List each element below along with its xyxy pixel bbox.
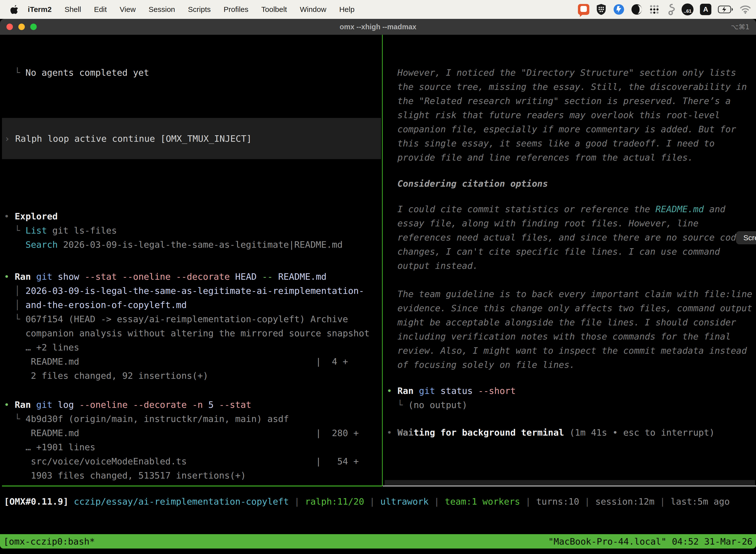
text-segment: README.md — [655, 204, 704, 214]
terminal-line: • Ran git log --oneline --decorate -n 5 … — [4, 398, 382, 412]
agents-status-lines: └ No agents completed yet — [4, 65, 382, 80]
text-segment: Ralph loop active continue [OMX_TMUX_INJ… — [15, 133, 252, 144]
text-segment: ralph:11/20 — [305, 496, 364, 507]
text-segment: might be acceptable alongside the file l… — [387, 317, 736, 327]
terminal-line: this single essay, it seems like a good … — [387, 136, 756, 151]
terminal-line: • Ran git status --short — [387, 384, 756, 398]
terminal-line: 2 files changed, 92 insertions(+) — [4, 369, 382, 383]
menu-item-profiles[interactable]: Profiles — [224, 5, 248, 14]
terminal-line: • Ran git show --stat --oneline --decora… — [4, 270, 382, 284]
text-segment: README.md | 4 + — [4, 356, 348, 367]
terminal-line: slight risk that future readers may over… — [387, 108, 756, 122]
terminal-line: src/voice/voiceModeEnabled.ts | 54 + — [4, 454, 382, 468]
text-segment — [414, 386, 419, 396]
screen: iTerm2ShellEditViewSessionScriptsProfile… — [0, 0, 756, 554]
terminal-line: … +1901 lines — [4, 440, 382, 454]
text-segment: the source tree, missing the essay. Stil… — [387, 82, 747, 92]
crescent-icon[interactable] — [631, 4, 642, 15]
menu-item-session[interactable]: Session — [148, 5, 175, 14]
text-segment: └ — [4, 314, 25, 324]
text-segment: git — [36, 272, 52, 282]
terminal-line: └ No agents completed yet — [4, 65, 382, 80]
text-segment: ting for background terminal — [414, 428, 564, 438]
terminal-line: Search 2026-03-09-is-legal-the-same-as-l… — [4, 237, 382, 252]
text-segment: | — [289, 496, 305, 507]
terminal-line: might be acceptable alongside the file l… — [387, 315, 756, 329]
apple-menu-icon[interactable] — [10, 4, 19, 14]
text-segment: | — [429, 496, 445, 507]
text-segment: • — [387, 428, 397, 438]
menu-status-icons: ..61 A — [578, 0, 751, 19]
tmux-host-clock: "MacBook-Pro-44.local" 04:52 31-Mar-26 — [548, 535, 753, 549]
terminal-line: companion file, especially if more comme… — [387, 122, 756, 136]
text-segment: 2 files changed, 92 insertions(+) — [4, 371, 208, 381]
wifi-icon[interactable] — [740, 5, 751, 14]
terminal-line: changes, I can't cite specific file line… — [387, 244, 756, 259]
menu-item-help[interactable]: Help — [339, 5, 355, 14]
text-segment: 5 — [203, 400, 219, 410]
text-segment: [OMX#0.11.9] — [4, 496, 74, 507]
squiggle-icon[interactable] — [666, 3, 675, 15]
menu-item-view[interactable]: View — [120, 5, 136, 14]
menu-item-window[interactable]: Window — [300, 5, 326, 14]
right-transcript: However, I noticed the "Directory Struct… — [387, 65, 756, 440]
menu-bar: iTerm2ShellEditViewSessionScriptsProfile… — [0, 0, 756, 19]
terminal-line: • Waiting for background terminal (1m 41… — [387, 426, 756, 440]
text-segment: git — [36, 400, 52, 410]
dots-grid-icon[interactable] — [649, 4, 660, 15]
terminal-line: the source tree, missing the essay. Stil… — [387, 80, 756, 94]
text-segment: └ — [387, 400, 408, 410]
text-segment: this single essay, it seems like a good … — [387, 138, 714, 149]
text-segment: … +2 lines — [4, 342, 79, 352]
text-segment: README.md — [273, 272, 327, 282]
left-transcript: • Explored └ List git ls-files Search 20… — [4, 209, 382, 486]
menu-item-toolbelt[interactable]: Toolbelt — [261, 5, 287, 14]
text-segment: output instead. — [387, 261, 478, 271]
battery-icon[interactable] — [718, 5, 733, 13]
menu-item-iterm2[interactable]: iTerm2 — [28, 5, 52, 14]
text-segment: review. Also, I might want to inspect th… — [387, 345, 747, 356]
text-segment: | — [654, 496, 671, 507]
terminal-line: the "Related research writing" section i… — [387, 94, 756, 108]
terminal-line: … +2 lines — [4, 340, 382, 354]
terminal-line: output instead. — [387, 259, 756, 273]
text-segment: └ — [4, 67, 25, 78]
terminal-line: │ 2026-03-09-is-legal-the-same-as-legiti… — [4, 284, 382, 298]
text-segment: and — [704, 204, 726, 214]
text-segment: README.md | 280 + — [4, 428, 359, 438]
right-prompt-box[interactable]: › Improve documentation in @filename — [385, 480, 755, 486]
text-segment: I could cite commit statistics or refere… — [387, 204, 655, 214]
terminal-line: └ List git ls-files — [4, 223, 382, 237]
text-segment: │ — [4, 286, 25, 296]
terminal-line: │ and-the-erosion-of-copyleft.md — [4, 298, 382, 312]
shield-grid-icon[interactable] — [596, 3, 607, 15]
text-segment: changes, I can't cite specific file line… — [387, 246, 720, 257]
text-segment: --stat --oneline --decorate — [84, 272, 230, 282]
text-segment: ultrawork — [380, 496, 429, 507]
terminal-line: However, I noticed the "Directory Struct… — [387, 65, 756, 80]
menu-item-scripts[interactable]: Scripts — [188, 5, 211, 14]
text-segment: turns:10 — [536, 496, 579, 507]
blue-bolt-icon[interactable] — [613, 4, 625, 15]
text-segment: slight risk that future readers may over… — [387, 110, 720, 120]
terminal-line: including verification notes with those … — [387, 329, 756, 343]
text-segment: team:1 workers — [445, 496, 520, 507]
menu-item-edit[interactable]: Edit — [94, 5, 107, 14]
left-terminal-pane: └ No agents completed yet › Ralph loop a… — [0, 35, 382, 486]
left-pane-bottom-border — [2, 486, 382, 487]
inject-banner: › Ralph loop active continue [OMX_TMUX_I… — [2, 118, 381, 159]
text-segment: the "Related research writing" section i… — [387, 96, 731, 106]
text-segment: of focusing solely on file lines. — [387, 359, 575, 370]
text-segment: | — [579, 496, 595, 507]
chat-icon[interactable] — [578, 4, 589, 15]
text-segment: --oneline --decorate -n — [79, 400, 203, 410]
menu-item-shell[interactable]: Shell — [64, 5, 81, 14]
battery-percent-badge[interactable]: ..61 — [682, 3, 693, 15]
text-segment: -- — [262, 272, 272, 282]
terminal-line: essay file, along with finding root file… — [387, 216, 756, 230]
text-segment: cczip/essay/ai-reimplementation-copyleft — [74, 496, 289, 507]
terminal-line: provide file and line references from th… — [387, 151, 756, 165]
text-segment: Considering citation options — [387, 178, 548, 189]
a-badge-icon[interactable]: A — [700, 4, 711, 15]
text-segment: evidence. Since this change only affects… — [387, 303, 752, 313]
